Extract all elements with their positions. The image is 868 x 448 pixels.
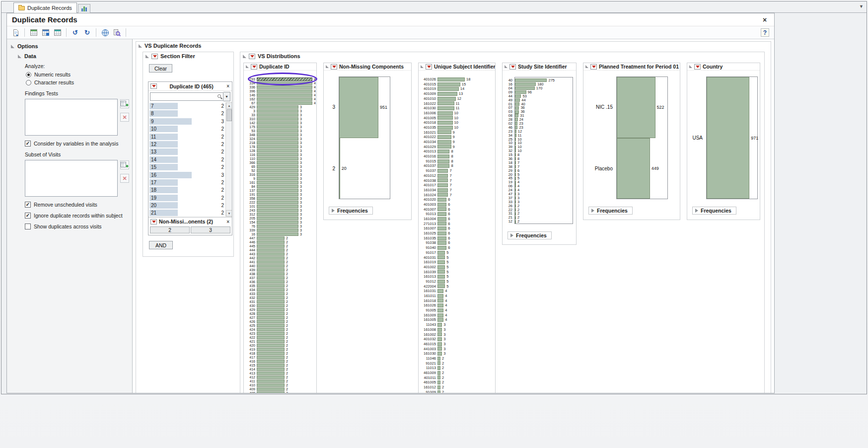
histogram-bar[interactable] (437, 241, 446, 245)
histogram-bar[interactable] (437, 111, 453, 115)
histogram-bar[interactable] (257, 232, 298, 236)
histogram-bar[interactable] (257, 312, 285, 315)
histogram-bar[interactable] (437, 82, 460, 86)
histogram-bar[interactable] (515, 130, 516, 133)
close-icon[interactable]: × (760, 16, 769, 24)
histogram-bar[interactable] (515, 149, 516, 152)
histogram-bar[interactable] (257, 300, 285, 303)
options-header[interactable]: Options (11, 43, 129, 49)
frequencies-toggle[interactable]: Frequencies (588, 207, 633, 215)
histogram-bar[interactable] (257, 133, 298, 137)
histogram-bar[interactable] (257, 177, 298, 180)
data-table-icon[interactable] (29, 28, 38, 37)
histogram-bar[interactable] (437, 87, 459, 91)
filter-row[interactable]: 202 (148, 202, 225, 209)
tab-duplicate-records[interactable]: Duplicate Records (13, 2, 77, 13)
histogram-bar[interactable] (257, 240, 285, 244)
histogram-bar[interactable] (257, 244, 285, 248)
histogram-bar[interactable] (257, 280, 285, 284)
histogram-bar[interactable] (515, 82, 536, 86)
redo-icon[interactable]: ↻ (82, 28, 92, 37)
checkbox-checked-icon[interactable]: ✓ (25, 141, 31, 147)
frequencies-toggle[interactable]: Frequencies (692, 207, 736, 215)
histogram-bar[interactable] (257, 149, 298, 152)
histogram-bar[interactable] (257, 336, 285, 339)
close-filter-icon[interactable]: × (226, 83, 230, 89)
histogram-bar[interactable] (515, 220, 516, 224)
histogram-bar[interactable] (437, 130, 451, 134)
red-triangle-menu-icon[interactable] (331, 64, 337, 70)
histogram-bar[interactable] (437, 154, 449, 158)
globe-icon[interactable] (100, 28, 110, 37)
histogram-bar[interactable] (437, 337, 442, 341)
histogram-bar[interactable] (515, 94, 521, 98)
histogram-bar[interactable] (257, 109, 298, 113)
findings-add-icon[interactable] (120, 99, 129, 108)
histogram-bar[interactable] (257, 117, 298, 121)
histogram-bar[interactable] (257, 93, 312, 97)
histogram-bar[interactable] (257, 209, 298, 212)
histogram-bar[interactable] (257, 383, 285, 387)
histogram-bar[interactable] (437, 318, 443, 322)
histogram-bar[interactable] (515, 86, 535, 90)
histogram-bar[interactable] (257, 332, 285, 335)
subset-add-icon[interactable] (120, 160, 129, 169)
histogram-bar[interactable] (515, 192, 516, 196)
histogram-bar[interactable] (257, 316, 285, 319)
histogram-bar[interactable] (257, 129, 298, 133)
histogram-bar[interactable] (437, 116, 453, 120)
filter-search-input[interactable] (150, 92, 223, 101)
histogram-bar[interactable] (515, 173, 516, 176)
histogram-bar[interactable] (257, 105, 298, 109)
histogram-bar[interactable] (437, 77, 465, 81)
histogram-bar[interactable] (515, 122, 517, 125)
remove-unscheduled-checkbox[interactable]: ✓ Remove unscheduled visits (25, 202, 129, 208)
histogram-bar[interactable] (257, 304, 285, 307)
filter-row[interactable]: 102 (148, 125, 225, 133)
histogram-bar[interactable] (437, 226, 446, 230)
histogram-bar[interactable] (257, 252, 285, 256)
disclosure-open-icon[interactable] (421, 65, 424, 68)
histogram-bar[interactable] (437, 303, 443, 307)
histogram-bar[interactable] (257, 173, 298, 176)
red-triangle-menu-icon[interactable] (151, 54, 158, 59)
histogram-bar[interactable] (257, 121, 298, 125)
filter-row[interactable]: 182 (148, 186, 225, 194)
histogram-bar[interactable] (437, 97, 456, 101)
red-triangle-menu-icon[interactable] (590, 64, 597, 70)
scroll-down-icon[interactable]: ▼ (226, 210, 232, 217)
histogram-bar[interactable] (515, 177, 516, 180)
histogram-bar[interactable] (437, 328, 442, 332)
histogram-bar[interactable] (515, 114, 518, 117)
histogram-bar[interactable] (257, 356, 285, 359)
histogram-bar[interactable] (257, 185, 298, 188)
histogram-bar[interactable] (257, 197, 298, 200)
histogram-bar[interactable] (437, 366, 440, 370)
histogram-bar[interactable] (515, 169, 516, 172)
tab-chart[interactable] (78, 4, 90, 13)
histogram-bar[interactable] (257, 217, 298, 220)
checkbox-checked-icon[interactable]: ✓ (25, 213, 31, 219)
histogram-bar[interactable] (437, 126, 453, 130)
histogram-bar[interactable] (617, 77, 655, 138)
histogram-bar[interactable] (257, 169, 298, 172)
disclosure-open-icon[interactable] (585, 65, 588, 68)
ignore-duplicates-checkbox[interactable]: ✓ Ignore duplicate records within subjec… (25, 213, 129, 219)
red-triangle-menu-icon[interactable] (150, 219, 157, 224)
histogram-bar[interactable] (437, 198, 446, 202)
histogram-bar[interactable] (617, 138, 650, 199)
histogram-bar[interactable] (437, 106, 454, 110)
data-group-header[interactable]: Data (18, 53, 129, 59)
histogram-bar[interactable] (257, 89, 312, 93)
red-triangle-menu-icon[interactable] (426, 64, 432, 70)
filter-row[interactable]: 172 (148, 179, 225, 186)
histogram-bar[interactable] (437, 289, 443, 293)
scroll-up-icon[interactable]: ▲ (226, 102, 232, 109)
histogram-bar[interactable] (257, 77, 312, 81)
histogram-bar[interactable] (515, 212, 516, 216)
histogram-bar[interactable] (437, 164, 449, 168)
histogram-bar[interactable] (437, 207, 446, 211)
histogram-bar[interactable] (437, 323, 442, 327)
histogram-bar[interactable] (437, 159, 449, 163)
histogram-bar[interactable] (257, 328, 285, 331)
